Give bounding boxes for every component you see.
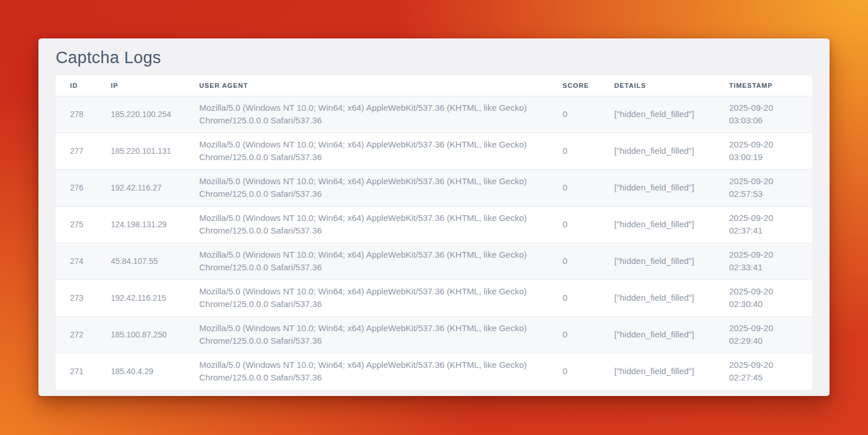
table-row: 271 185.40.4.29 Mozilla/5.0 (Windows NT … (56, 353, 812, 390)
cell-ip: 192.42.116.27 (111, 169, 199, 206)
table-row: 275 124.198.131.29 Mozilla/5.0 (Windows … (56, 206, 812, 243)
cell-id: 278 (56, 96, 111, 133)
cell-details: ["hidden_field_filled"] (614, 316, 729, 353)
table-row: 274 45.84.107.55 Mozilla/5.0 (Windows NT… (56, 243, 812, 279)
cell-user-agent: Mozilla/5.0 (Windows NT 10.0; Win64; x64… (199, 169, 563, 206)
cell-user-agent: Mozilla/5.0 (Windows NT 10.0; Win64; x64… (199, 133, 563, 169)
captcha-logs-table: ID IP USER AGENT SCORE DETAILS TIMESTAMP… (56, 75, 812, 390)
cell-score: 0 (563, 206, 614, 243)
cell-details: ["hidden_field_filled"] (614, 96, 729, 133)
cell-timestamp: 2025-09-20 03:00:19 (729, 133, 812, 169)
table-row: 272 185.100.87.250 Mozilla/5.0 (Windows … (56, 316, 812, 353)
cell-score: 0 (563, 279, 614, 316)
cell-user-agent: Mozilla/5.0 (Windows NT 10.0; Win64; x64… (199, 279, 563, 316)
cell-ip: 185.40.4.29 (111, 353, 199, 390)
column-header-timestamp: TIMESTAMP (729, 75, 812, 96)
cell-details: ["hidden_field_filled"] (614, 206, 729, 243)
table-row: 276 192.42.116.27 Mozilla/5.0 (Windows N… (56, 169, 812, 206)
cell-id: 275 (56, 206, 111, 243)
cell-score: 0 (563, 316, 614, 353)
cell-ip: 185.220.101.131 (111, 133, 199, 169)
page-background: { "page": { "title": "Captcha Logs" }, "… (0, 0, 868, 435)
cell-user-agent: Mozilla/5.0 (Windows NT 10.0; Win64; x64… (199, 353, 563, 390)
column-header-id: ID (56, 75, 111, 96)
cell-timestamp: 2025-09-20 02:27:45 (729, 353, 812, 390)
cell-timestamp: 2025-09-20 03:03:06 (729, 96, 812, 133)
column-header-ip: IP (111, 75, 199, 96)
column-header-details: DETAILS (614, 75, 729, 96)
cell-id: 276 (56, 169, 111, 206)
cell-timestamp: 2025-09-20 02:37:41 (729, 206, 812, 243)
cell-ip: 45.84.107.55 (111, 243, 199, 279)
cell-id: 274 (56, 243, 111, 279)
cell-details: ["hidden_field_filled"] (614, 353, 729, 390)
cell-details: ["hidden_field_filled"] (614, 243, 729, 279)
cell-id: 273 (56, 279, 111, 316)
cell-ip: 124.198.131.29 (111, 206, 199, 243)
cell-user-agent: Mozilla/5.0 (Windows NT 10.0; Win64; x64… (199, 96, 563, 133)
table-row: 273 192.42.116.215 Mozilla/5.0 (Windows … (56, 279, 812, 316)
cell-id: 277 (56, 133, 111, 169)
column-header-user-agent: USER AGENT (199, 75, 563, 96)
cell-timestamp: 2025-09-20 02:29:40 (729, 316, 812, 353)
cell-id: 271 (56, 353, 111, 390)
cell-details: ["hidden_field_filled"] (614, 279, 729, 316)
cell-score: 0 (563, 133, 614, 169)
cell-timestamp: 2025-09-20 02:30:40 (729, 279, 812, 316)
table-body: 278 185.220.100.254 Mozilla/5.0 (Windows… (56, 96, 812, 390)
captcha-logs-table-container: ID IP USER AGENT SCORE DETAILS TIMESTAMP… (56, 75, 812, 390)
cell-user-agent: Mozilla/5.0 (Windows NT 10.0; Win64; x64… (199, 206, 563, 243)
cell-score: 0 (563, 169, 614, 206)
cell-user-agent: Mozilla/5.0 (Windows NT 10.0; Win64; x64… (199, 243, 563, 279)
column-header-score: SCORE (563, 75, 614, 96)
cell-ip: 185.220.100.254 (111, 96, 199, 133)
page-title: Captcha Logs (56, 47, 812, 68)
cell-user-agent: Mozilla/5.0 (Windows NT 10.0; Win64; x64… (199, 316, 563, 353)
cell-id: 272 (56, 316, 111, 353)
captcha-logs-card: Captcha Logs ID IP USER AGENT SCORE DETA… (38, 38, 830, 396)
cell-score: 0 (563, 96, 614, 133)
cell-score: 0 (563, 243, 614, 279)
cell-details: ["hidden_field_filled"] (614, 133, 729, 169)
table-header: ID IP USER AGENT SCORE DETAILS TIMESTAMP (56, 75, 812, 96)
cell-score: 0 (563, 353, 614, 390)
table-row: 277 185.220.101.131 Mozilla/5.0 (Windows… (56, 133, 812, 169)
cell-ip: 192.42.116.215 (111, 279, 199, 316)
cell-timestamp: 2025-09-20 02:57:53 (729, 169, 812, 206)
cell-details: ["hidden_field_filled"] (614, 169, 729, 206)
cell-ip: 185.100.87.250 (111, 316, 199, 353)
table-row: 278 185.220.100.254 Mozilla/5.0 (Windows… (56, 96, 812, 133)
cell-timestamp: 2025-09-20 02:33:41 (729, 243, 812, 279)
